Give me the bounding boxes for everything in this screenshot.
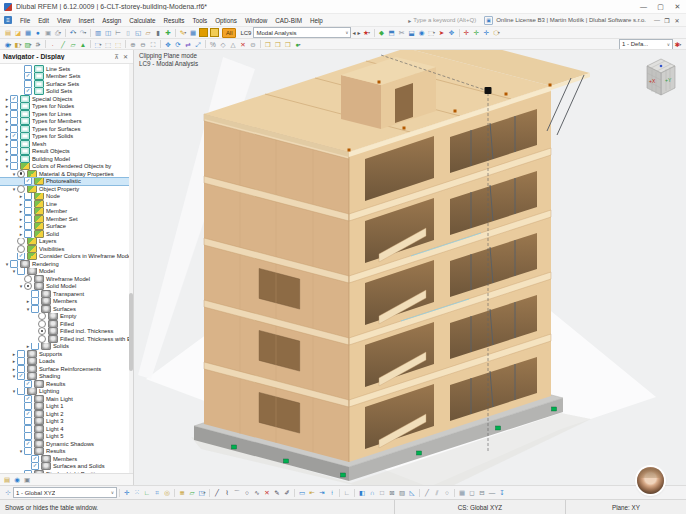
plus-icon[interactable]: ✚: [164, 28, 173, 37]
checkbox[interactable]: [10, 118, 18, 126]
checkbox[interactable]: [10, 125, 18, 133]
display-properties-icon[interactable]: ◉▾: [4, 40, 13, 49]
menu-edit[interactable]: Edit: [34, 17, 53, 24]
pointer-icon[interactable]: ➤: [437, 28, 446, 37]
checkbox[interactable]: [31, 290, 39, 298]
redo-icon[interactable]: ↷▾: [79, 28, 88, 37]
menu-window[interactable]: Window: [241, 17, 271, 24]
collapse-icon[interactable]: ⊟: [478, 488, 487, 497]
menu-cad-bim[interactable]: CAD-BIM: [271, 17, 306, 24]
saved-view-3-icon[interactable]: ❐: [284, 40, 293, 49]
center-icon[interactable]: ⊙: [249, 40, 258, 49]
menu-help[interactable]: Help: [306, 17, 327, 24]
checkbox[interactable]: ✓: [31, 463, 39, 471]
menu-tools[interactable]: Tools: [188, 17, 211, 24]
tree-item-results[interactable]: ▾Results: [0, 448, 133, 456]
user-avatar[interactable]: [637, 467, 664, 494]
tree-item-visibilities[interactable]: Visibilities: [0, 245, 133, 253]
checkbox[interactable]: ✓: [24, 178, 32, 186]
pan-view-icon[interactable]: ✥: [447, 28, 456, 37]
pen-tool-icon[interactable]: ✐: [283, 488, 292, 497]
visual-settings-combo[interactable]: 1 - Defa...∨: [619, 39, 673, 50]
zoom-out-icon[interactable]: ⊖: [139, 40, 148, 49]
tree-item-types-for-solids[interactable]: ▸✓Types for Solids: [0, 133, 133, 141]
radio-button[interactable]: [17, 185, 25, 193]
tree-item-node[interactable]: ▸Node: [0, 193, 133, 201]
snap-icon[interactable]: ✛: [123, 488, 132, 497]
checkbox[interactable]: [17, 350, 25, 358]
tree-item-line-sets[interactable]: Line Sets: [0, 65, 133, 73]
tree-item-solid[interactable]: ▸Solid: [0, 230, 133, 238]
side-panel-icon[interactable]: ▯: [124, 28, 133, 37]
isometric-view-icon[interactable]: ⬡▾: [492, 28, 501, 37]
copy-icon[interactable]: ▣: [44, 28, 53, 37]
filter-loadcase-icon[interactable]: ★▾: [362, 28, 371, 37]
zoom-window-icon[interactable]: ⛶: [149, 40, 158, 49]
doc-restore-button[interactable]: ❐: [662, 17, 672, 24]
grid-window-icon[interactable]: ◱: [134, 28, 143, 37]
checkbox[interactable]: [24, 230, 32, 238]
checkbox[interactable]: [24, 80, 32, 88]
tree-item-rendering[interactable]: ▾Rendering: [0, 260, 133, 268]
tree-item-members[interactable]: ▸Members: [0, 298, 133, 306]
radio-button[interactable]: [24, 275, 32, 283]
guidelines-icon[interactable]: ⌗: [153, 488, 162, 497]
dock-panel-icon[interactable]: ⊢: [114, 28, 123, 37]
tree-item-members[interactable]: ✓Members: [0, 455, 133, 463]
tree-item-shading[interactable]: ▾✓Shading: [0, 373, 133, 381]
select-objects-icon[interactable]: ⬚▾: [427, 28, 436, 37]
tree-item-consider-colors-in-wireframe-model[interactable]: ✓Consider Colors in Wireframe Model: [0, 253, 133, 261]
menu-insert[interactable]: Insert: [75, 17, 99, 24]
tree-item-member-set[interactable]: ▸Member Set: [0, 215, 133, 223]
mirror-icon[interactable]: ⇄: [184, 40, 193, 49]
checkbox[interactable]: ✓: [17, 253, 25, 261]
open-file-icon[interactable]: ◪: [14, 28, 23, 37]
checkbox[interactable]: ✓: [24, 73, 32, 81]
checkbox[interactable]: [24, 215, 32, 223]
checkbox[interactable]: [24, 433, 32, 441]
tree-item-results[interactable]: ✓Results: [0, 380, 133, 388]
tree-item-main-light[interactable]: ✓Main Light: [0, 395, 133, 403]
comment-icon[interactable]: ▭: [298, 488, 307, 497]
color-swatch-2[interactable]: [210, 28, 219, 37]
tree-item-solid-sets[interactable]: ✓Solid Sets: [0, 88, 133, 96]
slash-icon[interactable]: ╱: [423, 488, 432, 497]
import-icon[interactable]: ●: [34, 28, 43, 37]
model-viewport[interactable]: Clipping Plane mode LC9 - Modal Analysis: [134, 50, 686, 485]
tree-item-surface-sets[interactable]: Surface Sets: [0, 80, 133, 88]
dim-left-icon[interactable]: ⇤: [308, 488, 317, 497]
tree-item-layers[interactable]: Layers: [0, 238, 133, 246]
checkbox[interactable]: [24, 208, 32, 216]
box-cross-icon[interactable]: ⊠: [388, 488, 397, 497]
move-icon[interactable]: ✥: [164, 40, 173, 49]
arc-tool-icon[interactable]: ⌒: [233, 488, 242, 497]
favorite-view-icon[interactable]: ✱▾: [674, 40, 683, 49]
menu-file[interactable]: File: [16, 17, 34, 24]
result-colors-icon[interactable]: ▨▾: [24, 40, 33, 49]
checkbox[interactable]: [17, 388, 25, 396]
new-node-icon[interactable]: ∙: [49, 40, 58, 49]
tree-item-wireframe-model[interactable]: Wireframe Model: [0, 275, 133, 283]
tree-item-mesh[interactable]: ▸Mesh: [0, 140, 133, 148]
views-navigator-tab[interactable]: ▣: [23, 475, 32, 484]
building-model-3d[interactable]: [134, 50, 686, 485]
tree-item-member-sets[interactable]: ✓Member Sets: [0, 73, 133, 81]
pin-icon[interactable]: ⊼: [112, 53, 121, 60]
tree-item-types-for-nodes[interactable]: ▸Types for Nodes: [0, 103, 133, 111]
keyword-search[interactable]: ▸ Type a keyword (Alt+Q): [408, 17, 476, 24]
tree-item-model[interactable]: ▾Model: [0, 268, 133, 276]
dash-icon[interactable]: —: [488, 488, 497, 497]
checkbox[interactable]: [24, 193, 32, 201]
color-swatch-1[interactable]: [199, 28, 208, 37]
maximize-button[interactable]: ▢: [652, 0, 669, 13]
tree-item-object-property[interactable]: ▾Object Property: [0, 185, 133, 193]
checkbox[interactable]: ✓: [24, 380, 32, 388]
tree-item-building-model[interactable]: ▸Building Model: [0, 155, 133, 163]
tree-item-dynamic-shadows[interactable]: ✓Dynamic Shadows: [0, 440, 133, 448]
radio-button[interactable]: [24, 283, 32, 291]
box-icon[interactable]: □: [378, 488, 387, 497]
checkbox[interactable]: [10, 148, 18, 156]
ortho-icon[interactable]: ∟: [143, 488, 152, 497]
minimize-button[interactable]: —: [635, 0, 652, 13]
checkbox[interactable]: [10, 103, 18, 111]
